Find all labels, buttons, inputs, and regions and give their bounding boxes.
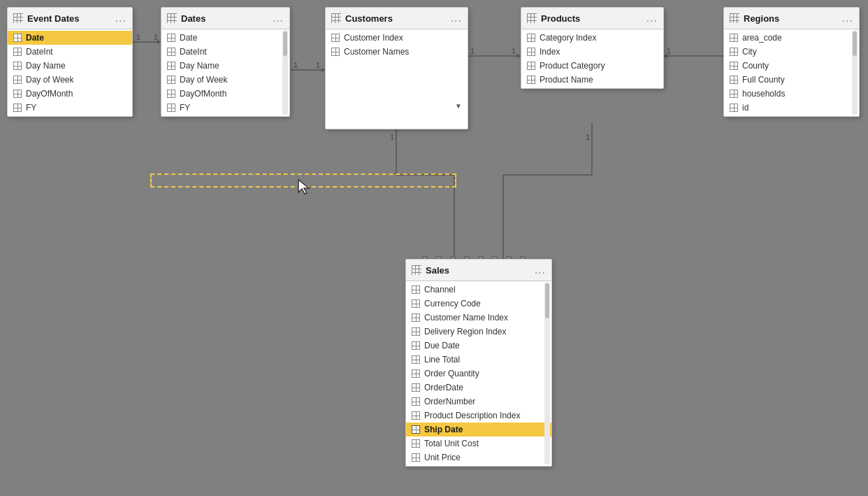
sales-field-linetotal-row[interactable]: Line Total — [406, 353, 551, 367]
customers-connector: ▼ — [326, 60, 468, 113]
field-icon — [730, 34, 738, 42]
table-dates-menu[interactable]: ... — [273, 12, 284, 24]
products-field-name-row[interactable]: Product Name — [521, 73, 663, 87]
table-regions-header: Regions ... — [724, 8, 859, 29]
products-field-catindex-row[interactable]: Category Index — [521, 31, 663, 45]
sales-field-unitprice-row[interactable]: Unit Price — [406, 451, 551, 465]
regions-field-id-row[interactable]: id — [724, 101, 859, 115]
sales-field-shipdate-row[interactable]: Ship Date — [406, 423, 551, 437]
field-icon — [730, 76, 738, 84]
dates-scrollbar-thumb — [283, 31, 287, 56]
dates-field-dayname-row[interactable]: Day Name — [161, 59, 289, 73]
svg-text:1: 1 — [154, 33, 158, 41]
customers-field-names-row[interactable]: Customer Names — [326, 45, 468, 59]
table-grid-icon — [13, 13, 23, 23]
table-customers-header: Customers ... — [326, 8, 468, 29]
field-icon — [412, 341, 420, 350]
table-products-title: Products — [541, 13, 580, 24]
sales-field-orderdate-row[interactable]: OrderDate — [406, 381, 551, 395]
table-grid-icon — [331, 13, 341, 23]
dates-field-dateint-row[interactable]: DateInt — [161, 45, 289, 59]
field-icon — [331, 34, 340, 42]
sales-field-currency-row[interactable]: Currency Code — [406, 297, 551, 311]
table-customers-menu[interactable]: ... — [451, 12, 462, 24]
mouse-cursor — [297, 178, 311, 192]
field-dayname-row[interactable]: Day Name — [8, 59, 132, 73]
diagram-canvas: 1 1 1 1 1 1 1 1 1 — [0, 0, 868, 496]
table-event-dates-body: Date DateInt Day Name Day of Week DayOfM… — [8, 29, 132, 116]
dates-field-date-row[interactable]: Date — [161, 31, 289, 45]
table-grid-icon — [527, 13, 537, 23]
regions-field-county-row[interactable]: County — [724, 59, 859, 73]
regions-scrollbar-thumb — [853, 31, 857, 56]
field-dateint-row[interactable]: DateInt — [8, 45, 132, 59]
sales-field-productdesc-row[interactable]: Product Description Index — [406, 409, 551, 423]
svg-text:1: 1 — [294, 61, 298, 69]
table-sales-header: Sales ... — [406, 260, 551, 281]
table-regions-menu[interactable]: ... — [842, 12, 853, 24]
dates-scrollbar[interactable] — [282, 30, 288, 115]
regions-field-areacode-row[interactable]: area_code — [724, 31, 859, 45]
svg-text:1: 1 — [136, 33, 140, 41]
table-grid-icon — [412, 265, 421, 275]
field-icon — [412, 355, 420, 364]
regions-scrollbar[interactable] — [852, 30, 858, 115]
regions-field-fullcounty-row[interactable]: Full County — [724, 73, 859, 87]
table-sales-menu[interactable]: ... — [535, 264, 546, 276]
sales-field-deliveryregion-row[interactable]: Delivery Region Index — [406, 325, 551, 339]
field-dayname-label: Day Name — [26, 61, 66, 71]
sales-field-customerindex-row[interactable]: Customer Name Index — [406, 311, 551, 325]
svg-marker-38 — [298, 180, 309, 194]
sales-field-unitcost-row[interactable]: Total Unit Cost — [406, 437, 551, 451]
table-grid-icon — [730, 13, 739, 23]
field-icon — [13, 90, 22, 98]
dates-field-dayofmonth-row[interactable]: DayOfMonth — [161, 87, 289, 101]
table-customers: Customers ... Customer Index Customer Na… — [325, 7, 468, 129]
table-sales-title: Sales — [426, 265, 449, 276]
field-dayofmonth-label: DayOfMonth — [26, 89, 73, 99]
field-icon — [730, 104, 738, 112]
table-customers-body: Customer Index Customer Names — [326, 29, 468, 60]
table-regions-body: area_code City County Full County househ… — [724, 29, 859, 116]
table-products-menu[interactable]: ... — [646, 12, 658, 24]
field-icon — [527, 76, 535, 84]
svg-text:1: 1 — [512, 47, 516, 55]
field-fy-row[interactable]: FY — [8, 101, 132, 115]
field-icon — [412, 383, 420, 392]
dates-field-fy-row[interactable]: FY — [161, 101, 289, 115]
products-field-category-row[interactable]: Product Category — [521, 59, 663, 73]
field-date-row[interactable]: Date — [8, 31, 132, 45]
customers-field-index-row[interactable]: Customer Index — [326, 31, 468, 45]
regions-field-households-row[interactable]: households — [724, 87, 859, 101]
field-icon — [412, 425, 420, 434]
field-icon — [412, 397, 420, 406]
sales-field-channel-row[interactable]: Channel — [406, 283, 551, 297]
field-icon — [331, 48, 340, 56]
table-dates-header: Dates ... — [161, 8, 289, 29]
sales-field-ordernumber-row[interactable]: OrderNumber — [406, 395, 551, 409]
dates-field-dayofweek-row[interactable]: Day of Week — [161, 73, 289, 87]
table-event-dates-menu[interactable]: ... — [115, 12, 126, 24]
table-customers-title: Customers — [345, 13, 393, 24]
field-dayofmonth-row[interactable]: DayOfMonth — [8, 87, 132, 101]
selection-rectangle — [150, 173, 456, 187]
field-icon — [730, 48, 738, 56]
field-icon — [527, 62, 535, 70]
products-field-index-row[interactable]: Index — [521, 45, 663, 59]
field-icon — [13, 34, 22, 42]
field-date-label: Date — [26, 33, 44, 43]
field-icon — [167, 104, 175, 112]
field-icon — [527, 34, 535, 42]
field-icon — [167, 34, 175, 42]
sales-field-duedate-row[interactable]: Due Date — [406, 339, 551, 353]
field-icon — [167, 62, 175, 70]
field-dayofweek-row[interactable]: Day of Week — [8, 73, 132, 87]
svg-text:1: 1 — [390, 133, 394, 141]
sales-field-orderqty-row[interactable]: Order Quantity — [406, 367, 551, 381]
sales-field-shipdate-label: Ship Date — [424, 425, 463, 434]
table-products-header: Products ... — [521, 8, 663, 29]
sales-scrollbar[interactable] — [544, 282, 550, 465]
regions-field-city-row[interactable]: City — [724, 45, 859, 59]
field-icon — [527, 48, 535, 56]
field-icon — [13, 48, 22, 56]
